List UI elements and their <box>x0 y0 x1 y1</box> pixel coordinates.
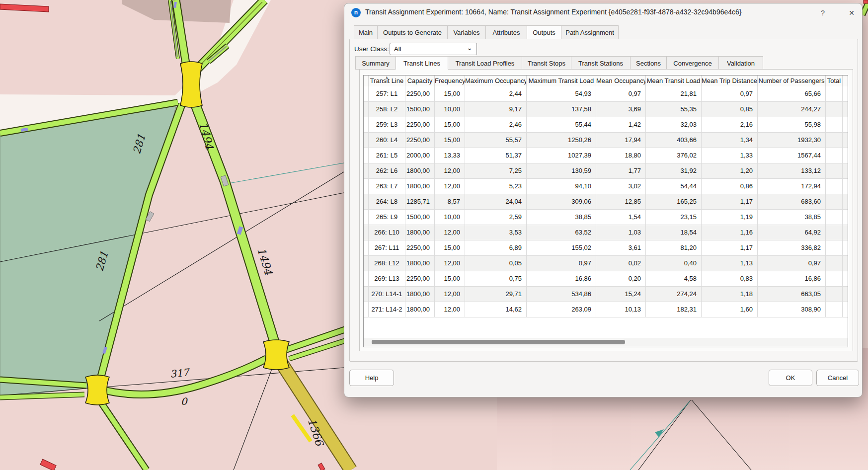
table-row-264-l8[interactable]: 264: L81285,718,5724,04309,0612,85165,25… <box>364 194 848 210</box>
table-row-268-l12[interactable]: 268: L121800,0012,000,050,970,020,401,13… <box>364 256 848 271</box>
cancel-button[interactable]: Cancel <box>816 370 859 386</box>
tab-outputs-to-generate[interactable]: Outputs to Generate <box>377 25 448 39</box>
cell-transit-line: 265: L9 <box>369 210 405 225</box>
row-header-cell <box>364 179 369 194</box>
output-subtab-bar: SummaryTransit LinesTransit Load Profile… <box>356 56 763 70</box>
close-icon[interactable]: ✕ <box>844 7 859 18</box>
cell-transit-line: 268: L12 <box>369 256 405 271</box>
column-header-mean-transit-load[interactable]: Mean Transit Load <box>646 76 702 86</box>
tab-outputs[interactable]: Outputs <box>527 25 561 39</box>
table-row-263-l7[interactable]: 263: L71800,0012,005,2394,103,0254,440,8… <box>364 179 848 194</box>
cell-mean-trip-distance: 1,17 <box>702 240 758 255</box>
subtab-validation[interactable]: Validation <box>718 56 763 70</box>
ok-button[interactable]: OK <box>769 370 812 386</box>
cell-frequency: 10,00 <box>435 210 465 225</box>
tab-attributes[interactable]: Attributes <box>485 25 527 39</box>
cell-frequency: 10,00 <box>435 102 465 117</box>
subtab-transit-stations[interactable]: Transit Stations <box>571 56 631 70</box>
column-header-maximum-transit-load[interactable]: Maximum Transit Load <box>527 76 596 86</box>
row-header-cell <box>364 210 369 225</box>
subtab-transit-load-profiles[interactable]: Transit Load Profiles <box>448 56 522 70</box>
table-row-261-l5[interactable]: 261: L52000,0013,3351,371027,3918,80376,… <box>364 148 848 163</box>
cell-number-of-passengers: 683,60 <box>758 194 826 209</box>
cell-mean-trip-distance: 0,85 <box>702 102 758 117</box>
cell-transit-line: 267: L11 <box>369 240 405 255</box>
transit-assignment-experiment-dialog: n Transit Assignment Experiment: 10664, … <box>344 3 863 397</box>
table-row-258-l2[interactable]: 258: L21500,0010,009,17137,583,6955,350,… <box>364 102 848 117</box>
column-header-capacity[interactable]: Capacity <box>405 76 435 86</box>
cell-mean-occupancy: 3,69 <box>596 102 646 117</box>
dialog-title: Transit Assignment Experiment: 10664, Na… <box>365 8 742 16</box>
column-header-total[interactable]: Total <box>826 76 843 86</box>
horizontal-scrollbar-thumb[interactable] <box>372 340 625 344</box>
tab-path-assignment[interactable]: Path Assignment <box>561 25 619 39</box>
table-header-row: Transit Line∧CapacityFrequencyMaximum Oc… <box>364 76 848 87</box>
cell-mean-trip-distance: 1,19 <box>702 210 758 225</box>
cell-maximum-transit-load: 38,85 <box>527 210 596 225</box>
user-class-value: All <box>394 45 401 53</box>
cell-capacity: 1800,00 <box>405 302 435 317</box>
table-row-270-l14-1[interactable]: 270: L14-11800,0012,0029,71534,8615,2427… <box>364 287 848 302</box>
dialog-titlebar[interactable]: n Transit Assignment Experiment: 10664, … <box>344 3 862 21</box>
cell-total <box>826 86 843 101</box>
cell-transit-line: 270: L14-1 <box>369 287 405 302</box>
cell-frequency: 12,00 <box>435 302 465 317</box>
table-row-265-l9[interactable]: 265: L91500,0010,002,5938,851,5423,151,1… <box>364 210 848 225</box>
cell-mean-trip-distance: 0,97 <box>702 86 758 101</box>
column-header-number-of-passengers[interactable]: Number of Passengers <box>758 76 826 86</box>
cell-total <box>826 225 843 240</box>
help-button[interactable]: Help <box>349 370 394 386</box>
cell-number-of-passengers: 16,86 <box>758 271 826 286</box>
tab-main[interactable]: Main <box>354 25 378 39</box>
tab-variables[interactable]: Variables <box>447 25 486 39</box>
main-tab-bar: MainOutputs to GenerateVariablesAttribut… <box>354 25 619 39</box>
cell-frequency: 15,00 <box>435 86 465 101</box>
table-row-271-l14-2[interactable]: 271: L14-21800,0012,0014,62263,0910,1318… <box>364 302 848 317</box>
cell-mean-transit-load: 23,15 <box>646 210 702 225</box>
cell-maximum-transit-load: 155,02 <box>527 240 596 255</box>
table-row-269-l13[interactable]: 269: L132250,0015,000,7516,860,204,580,8… <box>364 271 848 287</box>
cell-frequency: 12,00 <box>435 225 465 240</box>
column-header-mean-occupancy[interactable]: Mean Occupancy <box>596 76 646 86</box>
cell-transit-line: 258: L2 <box>369 102 405 117</box>
table-row-266-l10[interactable]: 266: L101800,0012,003,5363,521,0318,541,… <box>364 225 848 240</box>
cell-mean-transit-load: 165,25 <box>646 194 702 209</box>
user-class-dropdown[interactable]: All ⌄ <box>390 43 477 55</box>
cell-frequency: 8,57 <box>435 194 465 209</box>
subtab-sections[interactable]: Sections <box>630 56 667 70</box>
cell-maximum-occupancy: 51,37 <box>465 148 527 163</box>
column-header-mean-trip-distance[interactable]: Mean Trip Distance <box>702 76 758 86</box>
row-header-column <box>364 76 369 86</box>
horizontal-scrollbar[interactable] <box>364 338 848 347</box>
cell-total <box>826 302 843 317</box>
cell-maximum-transit-load: 263,09 <box>527 302 596 317</box>
column-header-maximum-occupancy[interactable]: Maximum Occupancy <box>465 76 527 86</box>
column-header-frequency[interactable]: Frequency <box>435 76 465 86</box>
user-class-label: User Class: <box>354 45 389 53</box>
subtab-transit-stops[interactable]: Transit Stops <box>522 56 571 70</box>
cell-maximum-transit-load: 54,93 <box>527 86 596 101</box>
cell-capacity: 2250,00 <box>405 117 435 132</box>
subtab-summary[interactable]: Summary <box>355 56 396 70</box>
cell-number-of-passengers: 65,66 <box>758 86 826 101</box>
subtab-convergence[interactable]: Convergence <box>666 56 719 70</box>
cell-maximum-occupancy: 6,89 <box>465 240 527 255</box>
cell-capacity: 1800,00 <box>405 256 435 271</box>
cell-capacity: 1800,00 <box>405 287 435 302</box>
cell-maximum-occupancy: 29,71 <box>465 287 527 302</box>
titlebar-help-button[interactable]: ? <box>815 7 830 18</box>
column-header-transit-line[interactable]: Transit Line∧ <box>369 76 405 86</box>
cell-maximum-transit-load: 0,97 <box>527 256 596 271</box>
cell-frequency: 13,33 <box>435 148 465 163</box>
subtab-transit-lines[interactable]: Transit Lines <box>395 56 448 70</box>
table-row-259-l3[interactable]: 259: L32250,0015,002,4655,441,4232,032,1… <box>364 117 848 133</box>
table-row-260-l4[interactable]: 260: L42250,0015,0055,571250,2617,94403,… <box>364 133 848 148</box>
table-row-267-l11[interactable]: 267: L112250,0015,006,89155,023,6181,201… <box>364 240 848 256</box>
cell-transit-line: 266: L10 <box>369 225 405 240</box>
table-row-262-l6[interactable]: 262: L61800,0012,007,25130,591,7731,921,… <box>364 163 848 179</box>
cell-total <box>826 194 843 209</box>
table-row-257-l1[interactable]: 257: L12250,0015,002,4454,930,9721,810,9… <box>364 86 848 102</box>
cell-mean-trip-distance: 1,16 <box>702 225 758 240</box>
cell-maximum-transit-load: 534,86 <box>527 287 596 302</box>
cell-mean-trip-distance: 1,20 <box>702 163 758 178</box>
